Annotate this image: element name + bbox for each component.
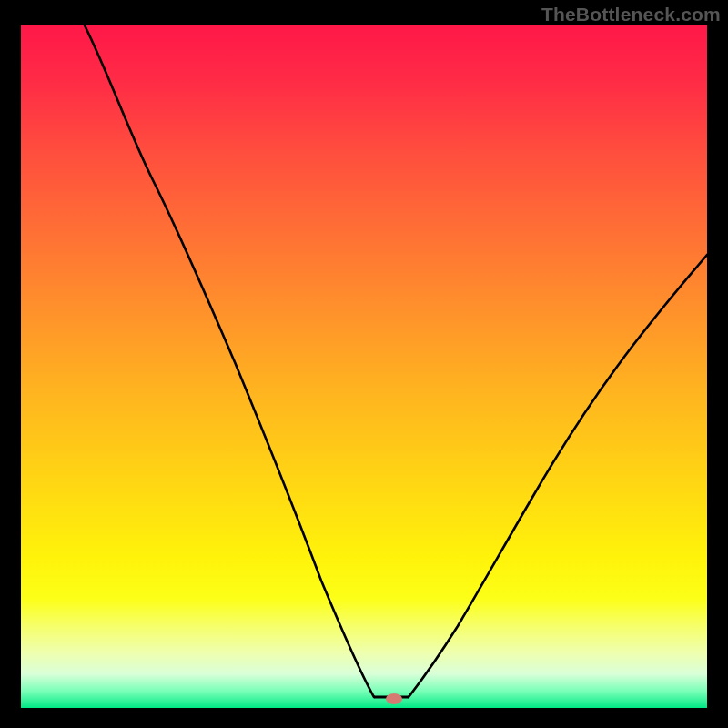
- curve-left-branch: [85, 25, 374, 697]
- curve-right-branch: [409, 255, 707, 697]
- plot-area: [21, 25, 707, 708]
- watermark-text: TheBottleneck.com: [541, 4, 721, 25]
- optimum-marker: [386, 693, 402, 704]
- curve-layer: [21, 25, 707, 708]
- chart-stage: TheBottleneck.com: [0, 0, 728, 728]
